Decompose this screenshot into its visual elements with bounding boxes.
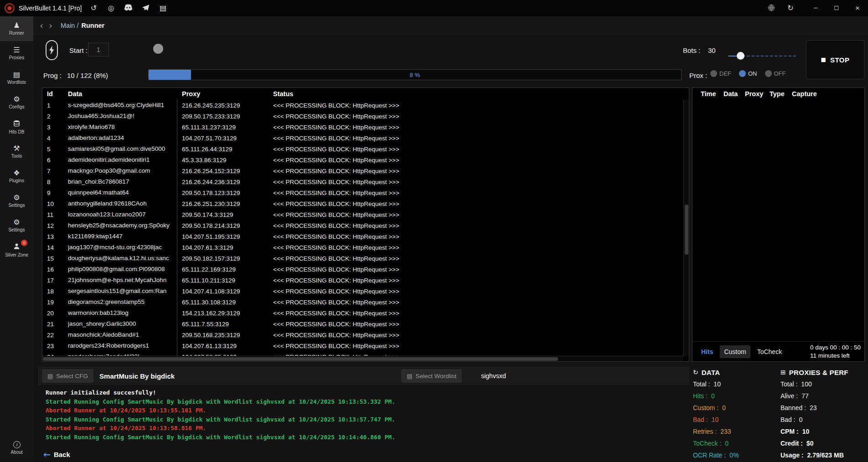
row-proxy: 209.50.178.214:3129 <box>177 222 269 229</box>
bolt-icon <box>49 46 54 55</box>
table-row[interactable]: 20 warmonion:bab123log 154.213.162.29:31… <box>42 308 683 318</box>
table-row[interactable]: 3 xirolyfe:Mario678 65.111.31.237:3129 <… <box>42 122 683 133</box>
sidebar-item-settings[interactable]: ⚙ Settings <box>0 189 33 213</box>
row-data: xirolyfe:Mario678 <box>68 122 177 133</box>
sync-icon[interactable]: ↻ <box>786 5 795 12</box>
data-stats-header: ↻ DATA <box>693 366 780 378</box>
sidebar-item-about[interactable]: i About <box>0 436 33 460</box>
progress-label: Prog : <box>43 72 62 79</box>
col-header-cap-proxy[interactable]: Proxy <box>745 90 770 98</box>
table-row[interactable]: 6 ademideonitiri:ademideonitiri1 45.3.33… <box>42 154 683 165</box>
discord-icon[interactable] <box>124 4 133 12</box>
breadcrumb-current: Runner <box>82 22 105 29</box>
vertical-scrollbar[interactable] <box>683 100 689 356</box>
capture-tab[interactable]: Custom <box>720 345 750 358</box>
table-row[interactable]: 15 doughertysa@kalama.k12.hi.us:sanc 209… <box>42 253 683 264</box>
sidebar-item-configs[interactable]: ⚙ Configs <box>0 90 33 115</box>
table-row[interactable]: 8 brian_choi:Bc7860817 216.26.244.236:31… <box>42 176 683 187</box>
proxy-mode-radio[interactable]: ON <box>739 70 757 77</box>
sidebar-item-runner[interactable]: ♟ Runner <box>0 16 33 41</box>
table-row[interactable]: 18 sergesaintlouis151@gmail.com:Ran 104.… <box>42 286 683 297</box>
select-wordlist-icon: ▤ <box>407 373 412 380</box>
maximize-button[interactable]: ☐ <box>826 0 847 16</box>
capture-tab[interactable]: Hits <box>697 345 717 358</box>
stat-item: Total : 10 <box>693 378 780 390</box>
sidebar-item-wordlists[interactable]: ▤ Wordlists <box>0 66 33 90</box>
col-header-id[interactable]: Id <box>42 90 68 98</box>
horizontal-scrollbar[interactable] <box>42 356 683 361</box>
minimize-button[interactable]: ─ <box>805 0 826 16</box>
history-icon[interactable]: ↺ <box>89 5 98 12</box>
plugins-icon: ❖ <box>13 169 20 177</box>
table-row[interactable]: 4 adalberton:adal1234 104.207.51.70:3129… <box>42 133 683 144</box>
proxy-mode-radio[interactable]: DEF <box>710 70 731 77</box>
sidebar-item-hits-db[interactable]: Hits DB <box>0 115 33 139</box>
table-row[interactable]: 22 masonchick:AledoBand#1 209.50.168.235… <box>42 329 683 340</box>
capture-tab[interactable]: ToCheck <box>753 345 786 358</box>
table-row[interactable]: 19 diegoramos2:greenstamp55 65.111.30.10… <box>42 297 683 308</box>
stat-item: Custom : 0 <box>693 402 780 414</box>
horizontal-scrollbar-thumb[interactable] <box>43 357 558 361</box>
back-button[interactable]: ← Back <box>43 450 70 459</box>
row-status: <<< PROCESSING BLOCK: HttpRequest >>> <box>269 157 683 164</box>
run-timer: 0 days 00 : 00 : 50 11 minutes left <box>810 344 861 360</box>
capture-tabs: Hits Custom ToCheck <box>697 345 786 358</box>
proxy-mode-radio[interactable]: OFF <box>765 70 786 77</box>
sidebar-item-tools[interactable]: ⚒ Tools <box>0 139 33 164</box>
app-logo <box>5 3 15 13</box>
table-row[interactable]: 11 lozanonoah123:Lozano2007 209.50.174.3… <box>42 209 683 220</box>
select-cfg-button[interactable]: ▤ Select CFG <box>42 369 93 383</box>
table-row[interactable]: 14 jaog1307@mcsd-stu.org:42308jac 104.20… <box>42 242 683 253</box>
capture-frame-icon[interactable]: ◎ <box>107 5 116 12</box>
globe-icon[interactable] <box>767 3 776 14</box>
elapsed-time: 0 days 00 : 00 : 50 <box>810 344 861 352</box>
row-status: <<< PROCESSING BLOCK: HttpRequest >>> <box>269 200 683 207</box>
row-proxy: 65.111.26.44:3129 <box>177 146 269 153</box>
table-row[interactable]: 9 quinnpeel64:mathat64 209.50.178.123:31… <box>42 187 683 198</box>
row-id: 6 <box>42 157 68 164</box>
sidebar-item-silver-zone[interactable]: 0 Silver Zone <box>0 238 33 262</box>
config-bar: ▤ Select CFG SmartMusic By bigdick ▤ Sel… <box>38 367 689 385</box>
sidebar-item-code-settings[interactable]: ⚙ Settings <box>0 213 33 238</box>
table-row[interactable]: 12 hensleyb25@nsacademy.org:Sp0oky 209.5… <box>42 220 683 231</box>
col-header-status[interactable]: Status <box>269 90 689 98</box>
table-row[interactable]: 23 rarodgers234:Robertrodgers1 104.207.6… <box>42 340 683 351</box>
table-row[interactable]: 13 k1211699:ktwp1447 104.207.51.195:3129… <box>42 231 683 242</box>
nav-forward-icon[interactable]: › <box>49 21 52 30</box>
bots-slider[interactable] <box>728 52 796 60</box>
sidebar-item-plugins[interactable]: ❖ Plugins <box>0 164 33 189</box>
table-row[interactable]: 1 s-szegedid@bsd405.org:ClydeHill1 216.2… <box>42 100 683 111</box>
start-bolt-button[interactable] <box>46 40 58 60</box>
telegram-icon[interactable] <box>141 4 150 12</box>
row-status: <<< PROCESSING BLOCK: HttpRequest >>> <box>269 124 683 131</box>
table-row[interactable]: 2 Joshua465:Joshua21@! 209.50.175.233:31… <box>42 111 683 122</box>
row-status: <<< PROCESSING BLOCK: HttpRequest >>> <box>269 266 683 273</box>
row-status: <<< PROCESSING BLOCK: HttpRequest >>> <box>269 179 683 185</box>
breadcrumb-root[interactable]: Main / <box>61 22 79 29</box>
col-header-proxy[interactable]: Proxy <box>177 90 269 98</box>
toggle-knob[interactable] <box>153 44 163 54</box>
slider-knob[interactable] <box>737 52 744 60</box>
nav-back-icon[interactable]: ‹ <box>40 21 43 30</box>
table-row[interactable]: 17 21johnsonm@e-hps.net:MycahJohn 65.111… <box>42 275 683 286</box>
start-input[interactable] <box>88 43 109 56</box>
table-row[interactable]: 5 samiareski05@gmail.com:dive5000 65.111… <box>42 144 683 154</box>
table-row[interactable]: 7 mackngo:Poop30@gmail.com 216.26.254.15… <box>42 165 683 176</box>
app-title: SilverBullet 1.4.1 [Pro] <box>19 5 82 12</box>
about-icon: i <box>13 441 21 448</box>
col-header-data[interactable]: Data <box>68 90 177 98</box>
stop-button[interactable]: ■ STOP <box>806 40 864 79</box>
table-row[interactable]: 10 anthonygilleland:92618CAoh 216.26.251… <box>42 198 683 209</box>
sidebar-item-proxies[interactable]: ☰ Proxies <box>0 41 33 66</box>
row-id: 22 <box>42 332 68 339</box>
vertical-scrollbar-thumb[interactable] <box>685 205 688 255</box>
col-header-time[interactable]: Time <box>692 90 723 98</box>
col-header-cap-data[interactable]: Data <box>723 90 745 98</box>
select-wordlist-button[interactable]: ▤ Select Wordlist <box>401 369 462 383</box>
col-header-type[interactable]: Type <box>770 90 792 98</box>
notes-icon[interactable]: ▤ <box>159 5 168 12</box>
table-row[interactable]: 21 jason_shorey:Garlic3000 65.111.7.55:3… <box>42 318 683 329</box>
table-row[interactable]: 16 philip090808@gmail.com:Pl090808 65.11… <box>42 264 683 275</box>
close-button[interactable]: ✕ <box>847 0 868 16</box>
col-header-capture[interactable]: Capture <box>792 90 864 98</box>
